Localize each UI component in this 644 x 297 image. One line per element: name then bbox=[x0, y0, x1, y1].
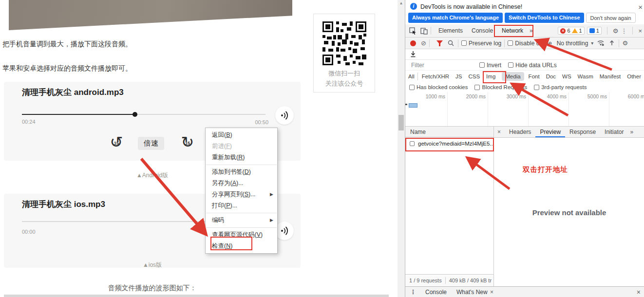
playback-speed-button[interactable]: 倍速 bbox=[138, 137, 164, 150]
devtools-close-icon[interactable]: × bbox=[638, 27, 642, 35]
tab-headers[interactable]: Headers bbox=[505, 127, 535, 137]
type-filter-font[interactable]: Font bbox=[529, 74, 540, 79]
close-tab-icon[interactable]: × bbox=[490, 289, 493, 296]
tab-response[interactable]: Response bbox=[565, 127, 600, 137]
throttling-select[interactable]: No throttling bbox=[557, 40, 588, 47]
import-har-icon[interactable] bbox=[608, 39, 616, 47]
volume-button[interactable] bbox=[275, 222, 294, 240]
drawer-tab-whats-new[interactable]: What's New × bbox=[452, 289, 498, 296]
network-filter-bar: Filter Invert Hide data URLs bbox=[405, 60, 644, 71]
type-filter-media[interactable]: Media bbox=[502, 72, 524, 81]
seek-handle[interactable] bbox=[133, 112, 137, 117]
switch-chinese-button[interactable]: Switch DevTools to Chinese bbox=[505, 13, 584, 23]
menu-item-inspect[interactable]: 检查(N) bbox=[206, 241, 277, 252]
volume-button[interactable] bbox=[275, 106, 294, 125]
hide-data-urls-checkbox[interactable]: Hide data URLs bbox=[508, 62, 557, 69]
type-filter-all[interactable]: All bbox=[408, 74, 415, 79]
tab-console[interactable]: Console bbox=[467, 24, 497, 37]
menu-item-save-as[interactable]: 另存为(A)... bbox=[206, 178, 277, 189]
error-warning-badge[interactable]: ✕ 6 1 bbox=[558, 27, 584, 35]
type-filter-manifest[interactable]: Manifest bbox=[600, 74, 621, 79]
waveform-strip bbox=[4, 295, 389, 297]
devtools-panel: i DevTools is now available in Chinese! … bbox=[405, 0, 644, 297]
timeline-tick: 2000 ms bbox=[447, 93, 486, 99]
rewind-15-button[interactable]: ↺ 15 bbox=[108, 134, 125, 151]
export-har-icon[interactable] bbox=[410, 51, 416, 59]
more-detail-tabs-icon[interactable]: » bbox=[628, 129, 635, 135]
name-column-header[interactable]: Name bbox=[405, 127, 493, 137]
scroll-up-icon[interactable]: ▲ bbox=[398, 1, 405, 5]
blocked-cookies-checkbox[interactable]: Has blocked cookies bbox=[409, 84, 468, 90]
drawer-close-icon[interactable]: × bbox=[637, 288, 641, 296]
more-tabs-icon[interactable]: » bbox=[528, 27, 535, 34]
menu-item-bookmark[interactable]: 添加到书签(D) bbox=[206, 167, 277, 178]
audio-title: 清理手机灰尘 android.mp3 bbox=[22, 87, 124, 98]
menu-item-forward[interactable]: 前进(F) bbox=[206, 141, 277, 152]
page-scrollbar[interactable]: ▲ bbox=[398, 0, 405, 297]
checkbox-icon bbox=[534, 85, 539, 90]
menu-item-share[interactable]: 分享网页到(S)...▶ bbox=[206, 189, 277, 200]
filter-input[interactable]: Filter bbox=[411, 62, 479, 69]
close-detail-icon[interactable]: × bbox=[497, 129, 501, 135]
search-icon[interactable] bbox=[447, 39, 455, 47]
seek-bar[interactable] bbox=[22, 114, 265, 115]
caption-ios: ▲ios版 bbox=[4, 261, 301, 269]
third-party-checkbox[interactable]: 3rd-party requests bbox=[534, 84, 587, 90]
network-overview-timeline[interactable]: 1000 ms 2000 ms 3000 ms 4000 ms 5000 ms … bbox=[405, 92, 644, 127]
tab-network[interactable]: Network bbox=[497, 24, 528, 37]
device-toolbar-icon[interactable] bbox=[420, 27, 428, 35]
drawer-more-icon[interactable]: ⋮ bbox=[410, 289, 416, 296]
type-filter-img[interactable]: Img bbox=[486, 74, 495, 79]
inspect-element-icon[interactable] bbox=[409, 27, 417, 35]
menu-item-view-source[interactable]: 查看网页源代码(V) bbox=[206, 229, 277, 241]
settings-gear-icon[interactable]: ⚙ bbox=[613, 27, 619, 35]
banner-close-icon[interactable]: × bbox=[638, 3, 643, 11]
menu-item-encoding[interactable]: 编码▶ bbox=[206, 215, 277, 226]
qr-caption-line2: 关注该公众号 bbox=[314, 79, 375, 88]
request-row-getvoice[interactable]: getvoice?mediaid=MzI4MjE5... bbox=[405, 137, 493, 150]
filter-funnel-icon[interactable] bbox=[436, 39, 444, 47]
menu-item-print[interactable]: 打印(P)... bbox=[206, 200, 277, 211]
forward-15-button[interactable]: ↻ 15 bbox=[179, 134, 196, 151]
tab-elements[interactable]: Elements bbox=[434, 24, 467, 37]
tab-initiator[interactable]: Initiator bbox=[600, 127, 628, 137]
request-detail-tabs: × Headers Preview Response Initiator » bbox=[494, 127, 644, 138]
request-waterfall-bar[interactable] bbox=[409, 103, 417, 108]
scrollbar-thumb[interactable] bbox=[398, 115, 404, 130]
blocked-requests-checkbox[interactable]: Blocked Requests bbox=[474, 84, 527, 90]
seek-progress bbox=[22, 114, 134, 115]
type-filter-js[interactable]: JS bbox=[455, 74, 462, 79]
menu-item-back[interactable]: 返回(B) bbox=[206, 130, 277, 141]
request-type-filters: All Fetch/XHR JS CSS Img Media Font Doc … bbox=[405, 71, 644, 82]
panel-divider[interactable] bbox=[493, 127, 494, 286]
record-icon[interactable] bbox=[410, 40, 416, 46]
more-options-icon[interactable]: ⋮ bbox=[621, 27, 627, 35]
duration: 00:50 bbox=[255, 119, 268, 125]
menu-item-reload[interactable]: 重新加载(R) bbox=[206, 152, 277, 163]
network-settings-gear-icon[interactable]: ⚙ bbox=[622, 39, 628, 47]
checkbox-icon bbox=[508, 40, 513, 46]
issues-badge[interactable]: 1 bbox=[587, 27, 602, 35]
dont-show-again-button[interactable]: Don't show again bbox=[586, 13, 636, 23]
type-filter-wasm[interactable]: Wasm bbox=[578, 74, 593, 79]
clear-icon[interactable]: ⊘ bbox=[421, 39, 426, 47]
network-conditions-icon[interactable] bbox=[597, 39, 605, 47]
current-time: 00:00 bbox=[22, 229, 36, 235]
preserve-log-checkbox[interactable]: Preserve log bbox=[461, 40, 501, 47]
tab-preview[interactable]: Preview bbox=[535, 127, 565, 137]
type-filter-ws[interactable]: WS bbox=[562, 74, 571, 79]
warning-icon bbox=[572, 28, 578, 33]
disable-cache-checkbox[interactable]: Disable cache bbox=[508, 40, 551, 47]
invert-checkbox[interactable]: Invert bbox=[479, 62, 501, 69]
transfer-size: 409 kB / 409 kB tr bbox=[449, 278, 492, 283]
request-count: 1 / 9 requests bbox=[409, 278, 442, 283]
type-filter-other[interactable]: Other bbox=[627, 74, 641, 79]
type-filter-css[interactable]: CSS bbox=[468, 74, 480, 79]
caret-down-icon[interactable]: ▾ bbox=[591, 40, 593, 46]
timeline-start-tick bbox=[405, 104, 407, 105]
match-language-button[interactable]: Always match Chrome's language bbox=[408, 13, 503, 23]
web-page: 把手机音量调到最大，播放下面这段音频。 苹果和安卓选择对应的音频文件播放即可。 … bbox=[0, 0, 398, 297]
drawer-tab-console[interactable]: Console bbox=[420, 289, 452, 296]
type-filter-doc[interactable]: Doc bbox=[546, 74, 556, 79]
type-filter-fetch[interactable]: Fetch/XHR bbox=[422, 74, 449, 79]
